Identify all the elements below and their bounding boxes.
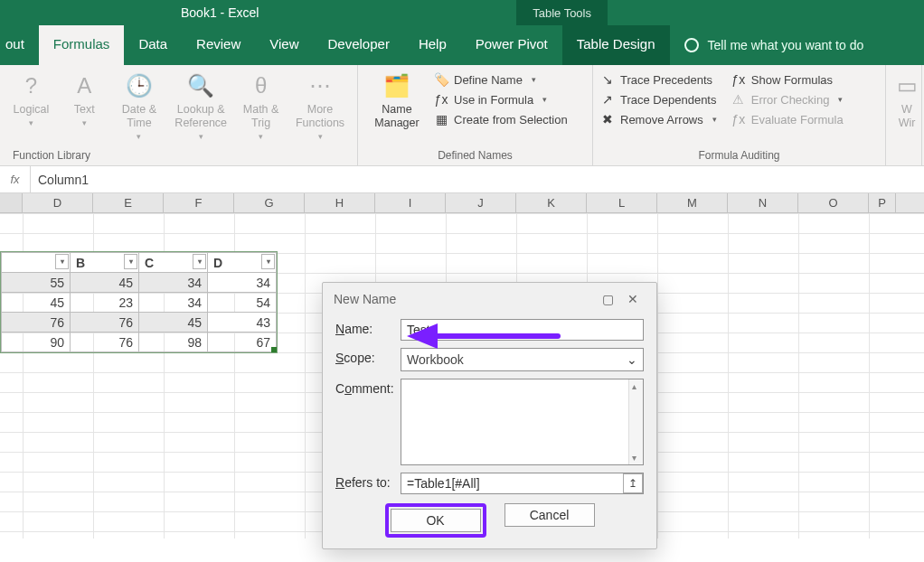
group-defined-names: 🗂️ Name Manager 🏷️ Define Name▾ ƒx Use i… xyxy=(358,65,593,165)
col-header-D[interactable]: D xyxy=(23,193,93,212)
tab-power-pivot[interactable]: Power Pivot xyxy=(461,25,562,65)
ok-button[interactable]: OK xyxy=(391,509,481,532)
define-name-button[interactable]: 🏷️ Define Name▾ xyxy=(434,72,568,87)
trace-precedents-button[interactable]: ↘ Trace Precedents xyxy=(600,72,717,87)
col-header-J[interactable]: J xyxy=(446,193,516,212)
chevron-down-icon: ▾ xyxy=(259,132,263,142)
remove-arrows-button[interactable]: ✖ Remove Arrows▾ xyxy=(600,112,717,126)
header-left-partial[interactable]: ▾ xyxy=(2,253,71,273)
chevron-down-icon: ▾ xyxy=(199,132,203,142)
header-D[interactable]: D▾ xyxy=(208,253,277,273)
tab-partial[interactable]: out xyxy=(0,25,39,65)
filter-icon[interactable]: ▾ xyxy=(124,254,137,269)
dialog-titlebar[interactable]: New Name ▢ ✕ xyxy=(323,283,656,315)
chevron-down-icon: ▾ xyxy=(137,132,141,142)
group-title-auditing: Formula Auditing xyxy=(600,147,878,164)
comment-label: Comment: xyxy=(335,379,401,396)
column-headers: D E F G H I J K L M N O P xyxy=(0,193,924,213)
col-header-P[interactable]: P xyxy=(869,193,896,212)
fx-label[interactable]: fx xyxy=(0,166,31,192)
name-manager-button[interactable]: 🗂️ Name Manager xyxy=(365,69,429,130)
refers-to-input[interactable] xyxy=(401,473,644,494)
header-C[interactable]: C▾ xyxy=(139,253,208,273)
col-header-N[interactable]: N xyxy=(728,193,798,212)
range-picker-icon[interactable]: ↥ xyxy=(623,473,643,493)
chevron-down-icon: ▾ xyxy=(532,75,536,84)
maximize-icon[interactable]: ▢ xyxy=(595,292,620,306)
tab-developer[interactable]: Developer xyxy=(314,25,404,65)
tab-view[interactable]: View xyxy=(255,25,313,65)
ribbon: ? Logical ▾ A Text ▾ 🕒 Date & Time ▾ 🔍 L… xyxy=(0,65,924,166)
filter-icon[interactable]: ▾ xyxy=(55,254,69,269)
close-icon[interactable]: ✕ xyxy=(620,292,646,306)
text-icon: A xyxy=(71,72,98,99)
show-formulas-button[interactable]: ƒx Show Formulas xyxy=(731,72,844,87)
logical-button[interactable]: ? Logical ▾ xyxy=(7,69,55,128)
datetime-button[interactable]: 🕒 Date & Time ▾ xyxy=(114,69,165,142)
filter-icon[interactable]: ▾ xyxy=(193,254,206,269)
tab-data[interactable]: Data xyxy=(124,25,182,65)
header-B[interactable]: B▾ xyxy=(71,253,139,273)
formula-bar: fx Column1 xyxy=(0,166,924,193)
create-from-selection-button[interactable]: ▦ Create from Selection xyxy=(434,112,568,126)
col-header-I[interactable]: I xyxy=(375,193,446,212)
trace-dependents-icon: ↗ xyxy=(600,92,615,107)
show-formulas-icon: ƒx xyxy=(731,72,746,87)
lookup-button[interactable]: 🔍 Lookup & Reference ▾ xyxy=(170,69,231,142)
table-row[interactable]: 55 45 34 34 xyxy=(2,273,277,293)
trace-precedents-icon: ↘ xyxy=(600,72,615,87)
scope-label: Scope: xyxy=(335,348,401,365)
table-row[interactable]: 45 23 34 54 xyxy=(2,293,277,313)
selection-icon: ▦ xyxy=(434,112,448,126)
trace-dependents-button[interactable]: ↗ Trace Dependents xyxy=(600,92,717,107)
name-input[interactable] xyxy=(401,319,644,341)
chevron-down-icon: ⌄ xyxy=(627,352,637,367)
scrollbar[interactable] xyxy=(628,379,643,464)
fx-icon: ƒx xyxy=(434,92,448,107)
excel-table[interactable]: ▾ B▾ C▾ D▾ 55 45 34 34 45 23 34 54 76 76… xyxy=(0,251,278,353)
watch-window-button[interactable]: ▭ W Wir xyxy=(893,69,920,130)
group-formula-auditing: ↘ Trace Precedents ↗ Trace Dependents ✖ … xyxy=(593,65,886,165)
error-checking-icon: ⚠ xyxy=(731,92,746,107)
evaluate-icon: ƒx xyxy=(731,112,746,126)
col-header-M[interactable]: M xyxy=(657,193,728,212)
tell-me[interactable]: Tell me what you want to do xyxy=(684,25,864,65)
tab-help[interactable]: Help xyxy=(404,25,461,65)
filter-icon[interactable]: ▾ xyxy=(261,254,275,269)
group-watch-partial: ▭ W Wir xyxy=(886,65,922,165)
group-function-library: ? Logical ▾ A Text ▾ 🕒 Date & Time ▾ 🔍 L… xyxy=(0,65,358,165)
col-header-K[interactable]: K xyxy=(516,193,587,212)
use-in-formula-button[interactable]: ƒx Use in Formula▾ xyxy=(434,92,568,107)
tag-icon: 🏷️ xyxy=(434,72,448,87)
col-header-F[interactable]: F xyxy=(164,193,234,212)
table-row[interactable]: 76 76 45 43 xyxy=(2,313,277,333)
ok-highlight: OK xyxy=(385,503,486,538)
scope-select[interactable]: Workbook⌄ xyxy=(401,348,644,371)
evaluate-formula-button[interactable]: ƒx Evaluate Formula xyxy=(731,112,844,126)
cancel-button[interactable]: Cancel xyxy=(504,503,595,527)
name-label: Name: xyxy=(335,319,401,336)
math-button[interactable]: θ Math & Trig ▾ xyxy=(237,69,285,142)
chevron-down-icon: ▾ xyxy=(82,118,87,128)
tab-table-design[interactable]: Table Design xyxy=(562,25,670,65)
table-row[interactable]: 90 76 98 67 xyxy=(2,333,277,352)
table-resize-handle[interactable] xyxy=(271,347,277,352)
formula-input[interactable]: Column1 xyxy=(31,166,924,192)
more-functions-button[interactable]: ⋯ More Functions ▾ xyxy=(290,69,350,142)
watch-icon: ▭ xyxy=(893,72,920,99)
col-header-E[interactable]: E xyxy=(93,193,164,212)
tab-formulas[interactable]: Formulas xyxy=(39,25,125,65)
workbook-title: Book1 - Excel xyxy=(181,5,259,20)
comment-textarea[interactable] xyxy=(401,379,644,465)
chevron-down-icon: ▾ xyxy=(318,132,323,142)
col-header-G[interactable]: G xyxy=(234,193,305,212)
text-button[interactable]: A Text ▾ xyxy=(61,69,108,128)
col-header-L[interactable]: L xyxy=(587,193,657,212)
dialog-title: New Name xyxy=(334,292,396,306)
col-header-O[interactable]: O xyxy=(798,193,869,212)
tab-review[interactable]: Review xyxy=(182,25,255,65)
error-checking-button[interactable]: ⚠ Error Checking▾ xyxy=(731,92,844,107)
col-header-H[interactable]: H xyxy=(305,193,375,212)
refers-to-label: Refers to: xyxy=(335,473,401,490)
col-header-partial[interactable] xyxy=(0,193,23,212)
